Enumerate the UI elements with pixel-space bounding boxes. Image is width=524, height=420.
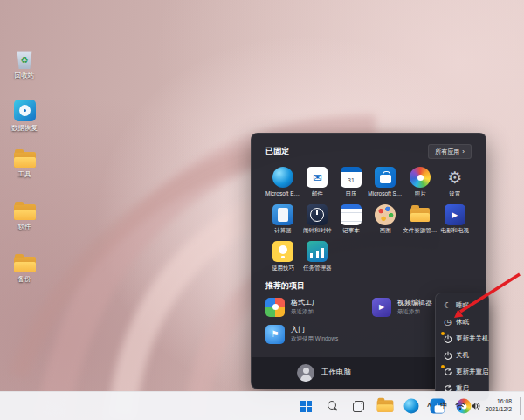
avatar [297,364,314,382]
ime-indicator[interactable]: 中 [438,399,450,413]
desktop-icon-recovery-app[interactable]: 数据恢复 [3,100,46,133]
desktop-icon-label: 备份 [18,275,31,284]
pinned-app-notepad[interactable]: 记事本 [334,203,369,236]
file-explorer-icon [376,397,393,415]
clock-icon [307,204,328,225]
taskbar-file-explorer[interactable] [374,396,396,417]
power-item-update-restart[interactable]: 更新并重启 [439,363,485,380]
all-apps-label: 所有应用 [435,148,459,156]
calendar-icon [341,167,362,188]
get-started-icon [265,325,285,344]
pinned-app-taskmgr[interactable]: 任务管理器 [300,239,334,272]
pinned-app-edge[interactable]: Microsoft Edge [265,165,300,198]
taskbar-clock[interactable]: 16:08 2021/12/2 [486,398,514,414]
desktop-icon-folder-3[interactable]: 备份 [3,257,46,284]
sleep-moon-icon: ☾ [443,300,452,310]
pinned-app-paint[interactable]: 画图 [368,203,403,236]
shutdown-icon [443,350,452,360]
folder-icon [14,204,36,220]
disc-app-icon [14,100,36,121]
mail-icon [307,167,328,188]
taskbar-edge[interactable] [400,396,422,417]
update-shutdown-icon [443,334,452,343]
power-item-shutdown[interactable]: 关机 [439,347,485,363]
taskbar-search-button[interactable] [321,396,343,417]
desktop-icon-recycle-bin[interactable]: ♻ 回收站 [3,49,46,80]
store-icon [375,167,396,188]
wifi-icon[interactable] [455,402,465,410]
clock-date: 2021/12/2 [486,406,512,414]
power-item-hibernate[interactable]: ◷ 休眠 [439,313,485,330]
desktop-icon-label: 回收站 [15,72,35,80]
paint-palette-icon [375,204,396,225]
gear-icon [445,167,465,188]
task-view-button[interactable] [348,396,369,417]
pinned-app-movies[interactable]: 电影和电视 [438,203,472,236]
hibernate-icon: ◷ [443,317,452,327]
user-account-button[interactable]: 工作电脑 [297,364,351,382]
lightbulb-icon [272,241,293,262]
pinned-app-tips[interactable]: 使用技巧 [265,239,300,272]
task-view-icon [353,401,364,412]
show-desktop-button[interactable] [520,397,522,414]
file-explorer-icon [410,204,431,225]
photos-icon [410,167,431,188]
start-button[interactable] [295,396,317,417]
pinned-app-settings[interactable]: 设置 [438,165,472,198]
clock-time: 16:08 [486,398,512,406]
recommended-item-format-factory[interactable]: 格式工厂 最近添加 [265,298,365,317]
task-manager-icon [307,241,328,262]
desktop-icon-label: 数据恢复 [11,124,38,133]
pinned-app-photos[interactable]: 照片 [403,165,438,198]
notepad-icon [341,204,362,225]
power-item-update-shutdown[interactable]: 更新并关机 [439,330,485,347]
hidden-icons-chevron-icon[interactable]: ^ [425,400,433,412]
recycle-bin-icon: ♻ [16,49,33,69]
system-tray: ^ 中 16:08 2021/12/2 [425,392,522,420]
volume-icon[interactable] [471,402,480,410]
pinned-app-clock[interactable]: 闹钟和时钟 [300,203,334,236]
update-restart-icon [443,367,452,376]
pinned-apps-grid: Microsoft Edge 邮件 日历 Microsoft Store 照片 … [265,165,472,272]
pinned-app-mail[interactable]: 邮件 [300,165,334,198]
power-flyout-menu: ☾ 睡眠 ◷ 休眠 更新并关机 关机 更新并重启 重启 [435,293,489,401]
edge-icon [272,167,293,188]
pinned-app-explorer[interactable]: 文件资源管理器 [403,203,438,236]
taskbar: ^ 中 16:08 2021/12/2 [0,391,524,420]
pinned-app-store[interactable]: Microsoft Store [368,165,403,198]
windows-logo-icon [300,401,312,412]
search-icon [328,401,338,411]
pinned-app-calendar[interactable]: 日历 [334,165,369,198]
recommended-section-header: 推荐的项目 [265,280,305,292]
format-factory-icon [265,298,285,317]
folder-icon [14,152,36,168]
folder-icon [14,257,36,272]
power-item-sleep[interactable]: ☾ 睡眠 [439,297,485,313]
calculator-icon [272,204,293,225]
desktop-icon-label: 工具 [18,170,31,179]
pinned-section-header: 已固定 [265,146,289,157]
desktop-icon-folder-2[interactable]: 软件 [3,204,46,231]
all-apps-button[interactable]: 所有应用 › [428,144,472,159]
user-name: 工作电脑 [321,368,351,378]
desktop-icon-folder-1[interactable]: 工具 [3,152,46,179]
pinned-app-calculator[interactable]: 计算器 [265,203,300,236]
desktop-icon-label: 软件 [18,223,31,231]
recommended-item-get-started[interactable]: 入门 欢迎使用 Windows [265,325,365,344]
movies-tv-icon [445,204,465,225]
edge-icon [403,399,418,414]
chevron-right-icon: › [462,148,465,155]
video-editor-icon [372,298,391,317]
